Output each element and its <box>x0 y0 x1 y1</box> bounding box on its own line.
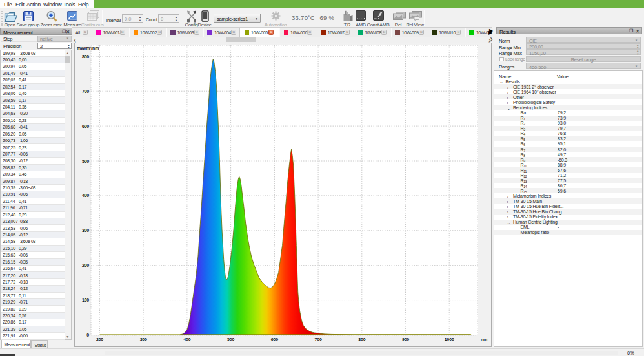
svg-text:nm: nm <box>481 337 487 342</box>
svg-text:800: 800 <box>358 337 365 342</box>
svg-text:400: 400 <box>183 337 190 342</box>
svg-text:800: 800 <box>82 54 89 59</box>
svg-text:900: 900 <box>402 337 409 342</box>
svg-text:400: 400 <box>82 193 89 198</box>
svg-text:700: 700 <box>315 337 322 342</box>
svg-text:500: 500 <box>227 337 234 342</box>
svg-text:200: 200 <box>96 337 103 342</box>
svg-text:300: 300 <box>140 337 147 342</box>
svg-text:100: 100 <box>82 298 89 302</box>
svg-text:600: 600 <box>271 337 278 342</box>
svg-text:600: 600 <box>82 124 89 129</box>
svg-text:1000: 1000 <box>445 337 454 342</box>
svg-text:mW/m²/nm: mW/m²/nm <box>77 46 99 50</box>
svg-text:200: 200 <box>82 263 89 267</box>
svg-text:300: 300 <box>82 228 89 233</box>
svg-text:500: 500 <box>82 159 89 163</box>
svg-text:0: 0 <box>86 333 89 337</box>
svg-text:700: 700 <box>82 89 89 94</box>
